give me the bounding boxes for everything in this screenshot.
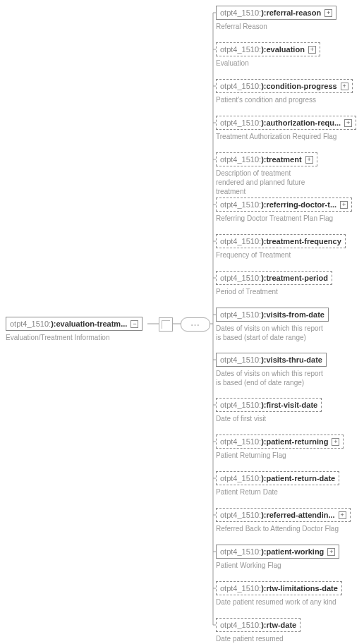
child-node-box[interactable]: otpt4_1510:):patient-return-date [216, 471, 339, 485]
parent-element[interactable]: otpt4_1510: ):evaluation-treatm... − Eva… [6, 317, 142, 342]
child-node-box[interactable]: otpt4_1510:):patient-working+ [216, 545, 339, 559]
child-caption: Date patient resumed work of any kind [216, 597, 342, 607]
child-prefix: otpt4_1510: [220, 200, 261, 209]
child-name: ):patient-returning [261, 437, 328, 446]
child-element[interactable]: otpt4_1510:):rtw-dateDate patient resume… [216, 618, 301, 644]
child-prefix: otpt4_1510: [220, 274, 261, 282]
child-element[interactable]: otpt4_1510:):visits-from-dateDates of vi… [216, 308, 329, 342]
child-element[interactable]: otpt4_1510:):first-visit-dateDate of fir… [216, 398, 322, 423]
expand-icon[interactable]: + [305, 156, 313, 164]
expand-icon[interactable]: + [340, 201, 348, 209]
child-name: ):patient-working [261, 547, 324, 556]
child-name: ):condition-progress [261, 82, 337, 90]
child-node-box[interactable]: otpt4_1510:):visits-thru-date [216, 353, 327, 367]
child-prefix: otpt4_1510: [220, 45, 261, 54]
child-prefix: otpt4_1510: [220, 437, 261, 446]
child-name: ):referred-attendin... [261, 511, 335, 519]
expand-icon[interactable]: + [327, 548, 335, 556]
child-name: ):referring-doctor-t... [261, 200, 336, 209]
child-element[interactable]: otpt4_1510:):patient-return-datePatient … [216, 471, 339, 497]
child-element[interactable]: otpt4_1510:):treatment-frequencyFrequenc… [216, 234, 346, 260]
child-caption: Treatment Authorization Required Flag [216, 132, 350, 141]
expand-icon[interactable]: + [344, 119, 352, 127]
child-prefix: otpt4_1510: [220, 237, 261, 245]
child-element[interactable]: otpt4_1510:):referred-attendin...+Referr… [216, 508, 351, 533]
child-node-box[interactable]: otpt4_1510:):referred-attendin...+ [216, 508, 351, 522]
child-element[interactable]: otpt4_1510:):condition-progress+Patient'… [216, 79, 353, 104]
child-name: ):treatment-period [261, 274, 328, 282]
child-prefix: otpt4_1510: [220, 621, 261, 629]
child-node-box[interactable]: otpt4_1510:):treatment-frequency [216, 234, 346, 248]
child-element[interactable]: otpt4_1510:):evaluation+Evaluation [216, 42, 320, 68]
child-prefix: otpt4_1510: [220, 310, 261, 319]
child-caption: Referred Back to Attending Doctor Flag [216, 524, 350, 533]
child-prefix: otpt4_1510: [220, 155, 261, 164]
expand-icon[interactable]: + [339, 511, 346, 519]
child-node-box[interactable]: otpt4_1510:):treatment-period [216, 271, 332, 285]
child-caption: Evaluation [216, 59, 320, 68]
child-node-box[interactable]: otpt4_1510:):rtw-limitations-date [216, 581, 342, 595]
expand-icon[interactable]: + [324, 9, 332, 17]
child-node-box[interactable]: otpt4_1510:):first-visit-date [216, 398, 322, 412]
child-element[interactable]: otpt4_1510:):visits-thru-dateDates of vi… [216, 353, 327, 387]
child-element[interactable]: otpt4_1510:):treatment+Description of tr… [216, 152, 317, 196]
child-name: ):rtw-limitations-date [261, 584, 338, 593]
child-caption: Referring Doctor Treatment Plan Flag [216, 214, 350, 223]
child-node-box[interactable]: otpt4_1510:):referral-reason+ [216, 6, 336, 20]
collapse-icon[interactable]: − [131, 320, 138, 328]
child-caption: Patient Returning Flag [216, 451, 344, 460]
child-element[interactable]: otpt4_1510:):patient-working+Patient Wor… [216, 545, 339, 570]
child-element[interactable]: otpt4_1510:):referring-doctor-t...+Refer… [216, 198, 352, 223]
child-node-box[interactable]: otpt4_1510:):treatment+ [216, 152, 317, 166]
child-name: ):treatment-frequency [261, 237, 341, 245]
child-element[interactable]: otpt4_1510:):referral-reason+Referral Re… [216, 6, 336, 31]
child-name: ):authorization-requ... [261, 119, 341, 127]
child-node-box[interactable]: otpt4_1510:):evaluation+ [216, 42, 320, 56]
child-prefix: otpt4_1510: [220, 584, 261, 593]
parent-caption: Evaluation/Treatment Information [6, 333, 140, 342]
child-node-box[interactable]: otpt4_1510:):condition-progress+ [216, 79, 353, 93]
child-node-box[interactable]: otpt4_1510:):visits-from-date [216, 308, 329, 322]
child-name: ):visits-thru-date [261, 356, 322, 364]
child-prefix: otpt4_1510: [220, 8, 261, 17]
child-name: ):visits-from-date [261, 310, 324, 319]
child-prefix: otpt4_1510: [220, 119, 261, 127]
child-name: ):evaluation [261, 45, 305, 54]
child-caption: Date of first visit [216, 414, 322, 423]
child-caption: Period of Treatment [216, 287, 332, 296]
child-name: ):rtw-date [261, 621, 296, 629]
child-prefix: otpt4_1510: [220, 356, 261, 364]
child-caption: Referral Reason [216, 22, 336, 31]
sequence-compositor[interactable] [181, 317, 210, 332]
child-element[interactable]: otpt4_1510:):authorization-requ...+Treat… [216, 116, 356, 141]
child-prefix: otpt4_1510: [220, 474, 261, 482]
parent-prefix: otpt4_1510: [10, 320, 51, 328]
child-caption: Description of treatment rendered and pl… [216, 169, 317, 196]
child-caption: Date patient resumed regular work [216, 634, 301, 644]
child-node-box[interactable]: otpt4_1510:):patient-returning+ [216, 435, 344, 449]
child-element[interactable]: otpt4_1510:):rtw-limitations-dateDate pa… [216, 581, 342, 607]
expand-icon[interactable]: + [341, 83, 348, 90]
child-caption: Patient Working Flag [216, 561, 339, 570]
child-caption: Dates of visits on which this report is … [216, 369, 327, 387]
expand-icon[interactable]: + [332, 438, 339, 446]
child-name: ):referral-reason [261, 8, 321, 17]
child-node-box[interactable]: otpt4_1510:):authorization-requ...+ [216, 116, 356, 130]
expand-icon[interactable]: + [308, 46, 316, 54]
parent-node-box[interactable]: otpt4_1510: ):evaluation-treatm... − [6, 317, 142, 331]
child-element[interactable]: otpt4_1510:):patient-returning+Patient R… [216, 435, 344, 460]
child-prefix: otpt4_1510: [220, 547, 261, 556]
child-prefix: otpt4_1510: [220, 82, 261, 90]
child-node-box[interactable]: otpt4_1510:):rtw-date [216, 618, 301, 632]
child-caption: Patient Return Date [216, 487, 339, 497]
child-node-box[interactable]: otpt4_1510:):referring-doctor-t...+ [216, 198, 352, 212]
child-prefix: otpt4_1510: [220, 401, 261, 409]
attribute-indicator [159, 317, 173, 332]
child-name: ):patient-return-date [261, 474, 335, 482]
child-caption: Dates of visits on which this report is … [216, 324, 329, 342]
child-caption: Frequency of Treatment [216, 250, 346, 260]
child-element[interactable]: otpt4_1510:):treatment-periodPeriod of T… [216, 271, 332, 296]
child-name: ):treatment [261, 155, 301, 164]
parent-name: ):evaluation-treatm... [51, 320, 127, 328]
child-prefix: otpt4_1510: [220, 511, 261, 519]
